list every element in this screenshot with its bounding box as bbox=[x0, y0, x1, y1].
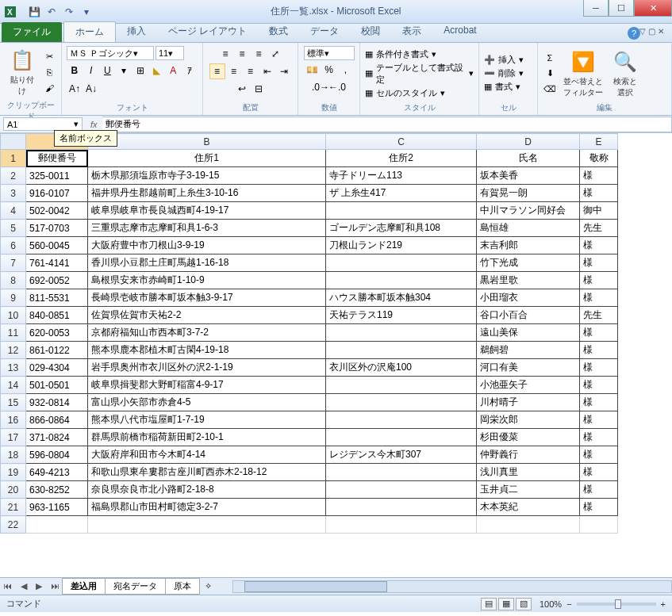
row-header-12[interactable]: 12 bbox=[1, 342, 26, 359]
cell[interactable]: 天祐テラス119 bbox=[326, 307, 477, 324]
cell-style-button[interactable]: ▦セルのスタイル ▾ bbox=[365, 87, 474, 99]
row-header-14[interactable]: 14 bbox=[1, 377, 26, 394]
cell[interactable]: 916-0107 bbox=[26, 185, 88, 202]
cell[interactable] bbox=[326, 464, 477, 481]
cell[interactable]: 岩手県奥州市衣川区外の沢2-1-19 bbox=[88, 359, 326, 377]
row-header-3[interactable]: 3 bbox=[1, 185, 26, 202]
tab-nav-first-icon[interactable]: ⏮ bbox=[0, 581, 15, 591]
cell[interactable]: 御中 bbox=[580, 202, 618, 220]
align-left-icon[interactable]: ≡ bbox=[209, 63, 225, 79]
zoom-level[interactable]: 100% bbox=[540, 599, 562, 609]
cell[interactable]: 有賀晃一朗 bbox=[477, 185, 580, 202]
file-tab[interactable]: ファイル bbox=[2, 22, 62, 42]
sheet-tab-2[interactable]: 原本 bbox=[165, 578, 200, 595]
cell[interactable]: 963-1165 bbox=[26, 499, 88, 516]
phonetic-button[interactable]: ｱ bbox=[182, 63, 198, 78]
cell[interactable]: 仲野義行 bbox=[477, 446, 580, 464]
zoom-slider[interactable] bbox=[577, 603, 656, 606]
cell[interactable]: 大阪府豊中市刀根山3-9-19 bbox=[88, 237, 326, 254]
border-button[interactable]: ⊞ bbox=[132, 63, 148, 78]
row-header-10[interactable]: 10 bbox=[1, 307, 26, 324]
cell[interactable]: 京都府福知山市西本町3-7-2 bbox=[88, 324, 326, 342]
autosum-icon[interactable]: Σ bbox=[543, 51, 557, 65]
ribbon-tab-7[interactable]: Acrobat bbox=[432, 21, 487, 42]
worksheet-grid[interactable]: ABCDE1郵便番号住所1住所2氏名敬称2325-0011栃木県那須塩原市寺子3… bbox=[0, 133, 672, 577]
fill-color-button[interactable]: ◣ bbox=[149, 63, 165, 78]
row-header-6[interactable]: 6 bbox=[1, 237, 26, 254]
cell[interactable]: 様 bbox=[580, 359, 618, 377]
indent-inc-icon[interactable]: ⇥ bbox=[276, 63, 292, 79]
cell[interactable]: 住所2 bbox=[326, 150, 477, 167]
maximize-button[interactable]: ☐ bbox=[609, 0, 634, 17]
cell[interactable]: 517-0703 bbox=[26, 220, 88, 237]
cell[interactable]: 様 bbox=[580, 254, 618, 272]
cell[interactable]: 衣川区外の沢庵100 bbox=[326, 359, 477, 377]
cell[interactable]: 371-0824 bbox=[26, 429, 88, 446]
paste-button[interactable]: 📋 貼り付け bbox=[5, 46, 39, 98]
cell[interactable]: 福井県丹生郡越前町上糸生3-10-16 bbox=[88, 185, 326, 202]
cell[interactable]: 岡栄次郎 bbox=[477, 411, 580, 429]
close-button[interactable]: ✕ bbox=[634, 0, 672, 17]
align-top-icon[interactable]: ≡ bbox=[217, 46, 233, 62]
cell[interactable]: 玉井貞二 bbox=[477, 481, 580, 499]
align-center-icon[interactable]: ≡ bbox=[226, 63, 242, 79]
column-header-D[interactable]: D bbox=[477, 134, 580, 150]
format-cells-button[interactable]: ▦書式 ▾ bbox=[484, 81, 524, 93]
cell[interactable]: 502-0042 bbox=[26, 202, 88, 220]
cell[interactable]: 先生 bbox=[580, 307, 618, 324]
cell[interactable]: 黒岩里歌 bbox=[477, 272, 580, 289]
cell[interactable]: 群馬県前橋市稲荷新田町2-10-1 bbox=[88, 429, 326, 446]
percent-icon[interactable]: % bbox=[321, 62, 337, 78]
bold-button[interactable]: B bbox=[67, 63, 83, 78]
formula-input[interactable]: 郵便番号 bbox=[102, 117, 672, 132]
zoom-in-icon[interactable]: + bbox=[661, 599, 666, 609]
cell[interactable]: 630-8252 bbox=[26, 481, 88, 499]
row-header-5[interactable]: 5 bbox=[1, 220, 26, 237]
ribbon-tab-6[interactable]: 表示 bbox=[391, 21, 432, 42]
cell[interactable]: 様 bbox=[580, 394, 618, 411]
normal-view-icon[interactable]: ▤ bbox=[481, 598, 497, 610]
row-header-1[interactable]: 1 bbox=[1, 150, 26, 167]
cell[interactable]: ゴールデン志摩町和具108 bbox=[326, 220, 477, 237]
cell[interactable]: 501-0501 bbox=[26, 377, 88, 394]
row-header-11[interactable]: 11 bbox=[1, 324, 26, 342]
cell[interactable]: 島根県安来市赤崎町1-10-9 bbox=[88, 272, 326, 289]
cell[interactable]: 761-4141 bbox=[26, 254, 88, 272]
comma-icon[interactable]: , bbox=[338, 62, 354, 78]
cell[interactable]: 861-0122 bbox=[26, 342, 88, 359]
cell[interactable]: 840-0851 bbox=[26, 307, 88, 324]
sheet-tab-1[interactable]: 宛名データ bbox=[105, 578, 166, 595]
wrap-text-icon[interactable]: ↩ bbox=[234, 81, 250, 97]
cell[interactable]: 692-0052 bbox=[26, 272, 88, 289]
table-format-button[interactable]: ▦テーブルとして書式設定 ▾ bbox=[365, 62, 474, 86]
cell[interactable]: 郵便番号 bbox=[26, 150, 88, 167]
horizontal-scrollbar[interactable] bbox=[232, 580, 672, 593]
undo-icon[interactable]: ↶ bbox=[44, 5, 59, 19]
cell[interactable]: 様 bbox=[580, 446, 618, 464]
cell[interactable]: 奈良県奈良市北小路町2-18-8 bbox=[88, 481, 326, 499]
column-header-E[interactable]: E bbox=[580, 134, 618, 150]
row-header-7[interactable]: 7 bbox=[1, 254, 26, 272]
ribbon-tab-1[interactable]: 挿入 bbox=[116, 21, 157, 42]
insert-cells-button[interactable]: ➕挿入 ▾ bbox=[484, 54, 524, 66]
align-bottom-icon[interactable]: ≡ bbox=[251, 46, 267, 62]
cell[interactable]: レジデンス今木町307 bbox=[326, 446, 477, 464]
cell[interactable]: 中川マラソン同好会 bbox=[477, 202, 580, 220]
cell[interactable]: 866-0864 bbox=[26, 411, 88, 429]
cell[interactable]: 811-5531 bbox=[26, 289, 88, 307]
row-header-15[interactable]: 15 bbox=[1, 394, 26, 411]
cell[interactable]: 敬称 bbox=[580, 150, 618, 167]
row-header-18[interactable]: 18 bbox=[1, 446, 26, 464]
sheet-tab-0[interactable]: 差込用 bbox=[62, 578, 106, 595]
cell[interactable]: 649-4213 bbox=[26, 464, 88, 481]
sort-filter-button[interactable]: 🔽 並べ替えと フィルター bbox=[560, 48, 606, 100]
cell[interactable]: 様 bbox=[580, 289, 618, 307]
cell[interactable]: 様 bbox=[580, 237, 618, 254]
font-color-button[interactable]: A bbox=[166, 63, 182, 78]
cell[interactable]: ハウス勝本町坂本触304 bbox=[326, 289, 477, 307]
cell[interactable]: 熊本県鹿本郡植木町古閑4-19-18 bbox=[88, 342, 326, 359]
cell[interactable]: 様 bbox=[580, 464, 618, 481]
row-header-9[interactable]: 9 bbox=[1, 289, 26, 307]
cell[interactable] bbox=[326, 342, 477, 359]
ribbon-tab-5[interactable]: 校閲 bbox=[350, 21, 391, 42]
